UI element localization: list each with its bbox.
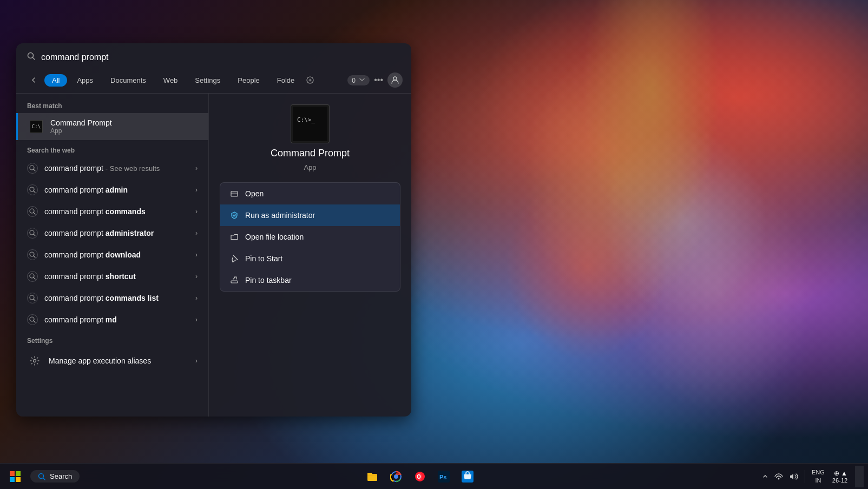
web-result-4-arrow: ›: [195, 229, 198, 237]
more-options-button[interactable]: •••: [374, 75, 383, 85]
web-result-8[interactable]: command prompt md ›: [16, 309, 208, 331]
taskbar-left: Search: [0, 466, 80, 487]
svg-point-3: [393, 77, 397, 80]
filter-tab-documents[interactable]: Documents: [103, 74, 154, 87]
web-result-5-title: command prompt download: [44, 250, 189, 259]
clock-area[interactable]: ⊕ ▲ 26-12: [829, 468, 851, 485]
context-open-label: Open: [245, 189, 264, 198]
app-preview: C:\>_ Command Prompt App: [220, 104, 400, 171]
taskbar-file-explorer[interactable]: [361, 466, 383, 487]
web-search-icon-8: [27, 314, 38, 325]
app-type: App: [304, 163, 316, 171]
web-result-6[interactable]: command prompt shortcut ›: [16, 266, 208, 287]
taskbar-search-icon: [38, 473, 45, 480]
filter-tab-apps[interactable]: Apps: [69, 74, 101, 87]
language-label: ENG: [812, 468, 825, 476]
system-tray-expand[interactable]: [760, 472, 770, 481]
web-result-8-text: command prompt md: [44, 315, 189, 324]
folder-icon: [229, 232, 240, 242]
region-label: IN: [812, 477, 825, 484]
web-result-6-title: command prompt shortcut: [44, 272, 189, 281]
clock-date: 26-12: [832, 477, 847, 484]
search-icon: [27, 52, 36, 63]
best-match-label: Best match: [16, 100, 208, 113]
context-open-location[interactable]: Open file location: [220, 226, 400, 248]
context-menu: Open Run as administrator: [220, 182, 400, 292]
account-button[interactable]: [387, 72, 403, 88]
web-result-3-title: command prompt commands: [44, 207, 189, 216]
filter-tab-people[interactable]: People: [230, 74, 267, 87]
web-result-7[interactable]: command prompt commands list ›: [16, 287, 208, 309]
best-match-item[interactable]: C:\ Command Prompt App: [16, 113, 208, 140]
taskbar-opera[interactable]: O: [409, 466, 431, 487]
pin-start-icon: [229, 253, 240, 264]
search-panel: command prompt All Apps Documents Web Se…: [16, 43, 411, 417]
taskbar-search-button[interactable]: Search: [30, 470, 80, 483]
web-result-3-text: command prompt commands: [44, 207, 189, 216]
web-result-4[interactable]: command prompt administrator ›: [16, 222, 208, 244]
web-result-5[interactable]: command prompt download ›: [16, 244, 208, 266]
web-result-7-text: command prompt commands list: [44, 294, 189, 302]
search-input-area: command prompt: [16, 43, 411, 71]
filter-tab-all[interactable]: All: [44, 74, 67, 87]
filter-tab-folders[interactable]: Folde: [269, 74, 303, 87]
taskbar-search-label: Search: [50, 472, 72, 480]
taskbar-photoshop[interactable]: Ps: [433, 466, 455, 487]
search-content: Best match C:\ Command Prompt App Search…: [16, 94, 411, 417]
context-open[interactable]: Open: [220, 183, 400, 204]
web-result-3[interactable]: command prompt commands ›: [16, 201, 208, 222]
web-search-label: Search the web: [16, 144, 208, 157]
filter-right: 0 •••: [347, 72, 403, 88]
back-button[interactable]: [25, 71, 42, 89]
context-pin-start[interactable]: Pin to Start: [220, 248, 400, 269]
web-result-7-title: command prompt commands list: [44, 294, 189, 302]
web-result-4-title: command prompt administrator: [44, 229, 189, 237]
clock-time: ⊕ ▲: [832, 470, 847, 477]
web-result-6-text: command prompt shortcut: [44, 272, 189, 281]
windows-button[interactable]: [4, 466, 26, 487]
open-icon: [229, 188, 240, 199]
context-run-admin[interactable]: Run as administrator: [220, 204, 400, 226]
web-result-1-title: command prompt - See web results: [44, 164, 189, 173]
svg-line-1: [33, 58, 35, 60]
volume-icon[interactable]: [787, 471, 800, 482]
context-open-location-label: Open file location: [245, 233, 304, 241]
web-result-1-arrow: ›: [195, 164, 198, 172]
web-search-icon-2: [27, 184, 38, 195]
context-pin-taskbar-label: Pin to taskbar: [245, 276, 292, 285]
settings-result-1-title: Manage app execution aliases: [49, 356, 189, 365]
web-result-1-text: command prompt - See web results: [44, 164, 189, 173]
context-pin-taskbar[interactable]: Pin to taskbar: [220, 269, 400, 291]
settings-result-1[interactable]: Manage app execution aliases ›: [16, 348, 208, 374]
web-search-icon-5: [27, 249, 38, 260]
web-result-1[interactable]: command prompt - See web results ›: [16, 157, 208, 179]
filter-tab-settings[interactable]: Settings: [187, 74, 228, 87]
web-result-2-title: command prompt admin: [44, 186, 189, 194]
cmd-icon: C:\>_: [293, 107, 327, 141]
taskbar-store[interactable]: [457, 466, 478, 487]
taskbar-right: ENG IN ⊕ ▲ 26-12: [760, 466, 868, 487]
taskbar-center: O Ps: [80, 466, 760, 487]
web-result-6-arrow: ›: [195, 273, 198, 280]
web-search-icon-7: [27, 293, 38, 303]
svg-line-13: [34, 256, 35, 257]
taskbar: Search: [0, 463, 868, 489]
search-input[interactable]: command prompt: [41, 52, 400, 62]
filter-more[interactable]: [306, 76, 314, 84]
web-result-2[interactable]: command prompt admin ›: [16, 179, 208, 201]
context-pin-start-label: Pin to Start: [245, 254, 282, 263]
svg-line-26: [43, 478, 45, 480]
language-indicator[interactable]: ENG IN: [810, 467, 827, 485]
settings-result-1-text: Manage app execution aliases: [49, 356, 189, 365]
network-icon[interactable]: [772, 471, 785, 482]
notification-area[interactable]: [855, 466, 864, 487]
context-run-admin-label: Run as administrator: [245, 211, 315, 220]
web-result-2-arrow: ›: [195, 186, 198, 194]
settings-section-label: Settings: [16, 335, 208, 348]
web-search-icon-3: [27, 206, 38, 217]
svg-line-11: [34, 234, 35, 236]
filter-tab-web[interactable]: Web: [156, 74, 186, 87]
taskbar-chrome[interactable]: [385, 466, 407, 487]
cmd-app-icon: C:\: [29, 119, 44, 134]
svg-point-30: [394, 474, 398, 479]
